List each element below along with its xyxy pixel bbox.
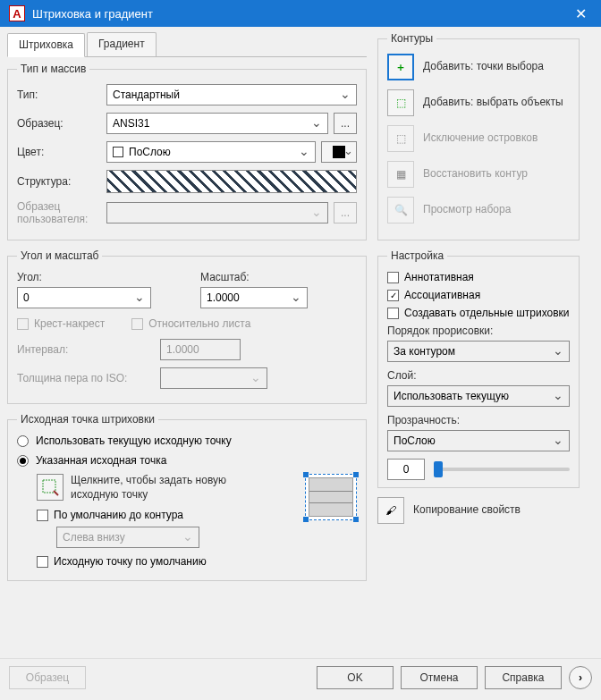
custom-browse-button: ...	[334, 202, 357, 223]
angle-label: Угол:	[17, 271, 174, 283]
group-boundaries: Контуры ＋ Добавить: точки выбора ⬚ Добав…	[377, 32, 580, 240]
pick-origin-button[interactable]	[37, 474, 63, 501]
layer-label: Слой:	[387, 369, 570, 382]
help-button[interactable]: Справка	[485, 666, 562, 689]
brush-icon: 🖌	[385, 504, 396, 517]
radio-specified-origin[interactable]: Указанная исходная точка	[17, 454, 357, 467]
window-title: Штриховка и градиент	[32, 7, 570, 21]
scale-input[interactable]: 1.0000	[200, 287, 308, 308]
app-icon: A	[9, 5, 25, 21]
pattern-browse-button[interactable]: ...	[334, 113, 357, 134]
recreate-icon: ▦	[396, 168, 406, 181]
recreate-boundary-label: Восстановить контур	[423, 167, 528, 181]
swatch-label: Структура:	[17, 175, 106, 188]
remove-icon: ⬚	[396, 132, 406, 145]
group-origin: Исходная точка штриховки Использовать те…	[7, 413, 367, 581]
type-select[interactable]: Стандартный	[106, 84, 357, 105]
view-selection-label: Просмотр набора	[423, 203, 511, 217]
close-icon[interactable]: ✕	[570, 5, 592, 22]
footer: Образец OK Отмена Справка ›	[0, 658, 601, 696]
iso-pen-label: Толщина пера по ISO:	[17, 372, 160, 384]
pattern-select[interactable]: ANSI31	[106, 113, 328, 134]
transparency-value-input[interactable]: 0	[387, 459, 425, 480]
iso-pen-select	[160, 367, 267, 389]
legend-options: Настройка	[387, 249, 447, 262]
group-type-array: Тип и массив Тип: Стандартный Образец: A…	[7, 63, 367, 240]
remove-boundaries-label: Исключение островков	[423, 131, 538, 146]
transparency-label: Прозрачность:	[387, 414, 570, 426]
custom-pattern-select	[106, 202, 328, 223]
pattern-label: Образец:	[17, 117, 106, 130]
group-angle-scale: Угол и масштаб Угол: 0 Масштаб: 1.0000 К…	[7, 249, 367, 404]
background-color-button[interactable]	[321, 141, 357, 163]
ok-button[interactable]: OK	[317, 666, 394, 689]
pattern-preview[interactable]	[106, 170, 357, 193]
color-label: Цвет:	[17, 146, 106, 158]
transparency-slider[interactable]	[434, 468, 570, 471]
legend-angle-scale: Угол и масштаб	[17, 249, 102, 262]
default-boundary-checkbox[interactable]: По умолчанию до контура	[37, 509, 294, 521]
draw-order-label: Порядок прорисовки:	[387, 325, 570, 337]
inherit-properties-label[interactable]: Копирование свойств	[413, 503, 521, 518]
legend-origin: Исходная точка штриховки	[17, 413, 158, 426]
tab-gradient[interactable]: Градиент	[87, 32, 157, 56]
remove-boundaries-button: ⬚	[387, 125, 414, 152]
preview-button: Образец	[9, 666, 86, 689]
radio-use-current-origin[interactable]: Использовать текущую исходную точку	[17, 434, 357, 447]
tabs: Штриховка Градиент	[7, 32, 367, 57]
type-label: Тип:	[17, 89, 106, 101]
cancel-button[interactable]: Отмена	[401, 666, 478, 689]
transparency-select[interactable]: ПоСлою	[387, 430, 570, 451]
custom-pattern-label: Образец пользователя:	[17, 200, 106, 225]
layer-select[interactable]: Использовать текущую	[387, 385, 570, 407]
tab-hatch[interactable]: Штриховка	[7, 33, 85, 57]
bylayer-swatch-icon	[113, 147, 123, 157]
view-selection-button: 🔍	[387, 197, 414, 223]
annotative-checkbox[interactable]: Аннотативная	[387, 271, 570, 283]
add-pick-points-label[interactable]: Добавить: точки выбора	[423, 60, 544, 74]
draw-order-select[interactable]: За контуром	[387, 341, 570, 362]
legend-type-array: Тип и массив	[17, 63, 89, 75]
legend-boundaries: Контуры	[387, 32, 436, 45]
spacing-input: 1.0000	[160, 339, 241, 360]
magnifier-icon: 🔍	[394, 204, 408, 216]
angle-input[interactable]: 0	[17, 287, 151, 308]
black-swatch-icon	[333, 146, 345, 158]
svg-rect-0	[43, 480, 55, 493]
origin-position-select: Слева внизу	[56, 527, 199, 548]
color-select[interactable]: ПоСлою	[106, 141, 316, 163]
add-select-objects-button[interactable]: ⬚	[387, 89, 414, 116]
scale-label: Масштаб:	[200, 271, 357, 283]
origin-preview	[305, 474, 357, 520]
separate-hatches-checkbox[interactable]: Создавать отдельные штриховки	[387, 307, 570, 319]
svg-line-1	[54, 491, 58, 495]
chevron-right-icon: ›	[579, 671, 582, 684]
spacing-label: Интервал:	[17, 343, 160, 356]
associative-checkbox[interactable]: ✓Ассоциативная	[387, 289, 570, 301]
select-plus-icon: ⬚	[396, 97, 406, 109]
double-checkbox: Крест-накрест	[17, 317, 105, 330]
recreate-boundary-button: ▦	[387, 161, 414, 188]
add-select-objects-label[interactable]: Добавить: выбрать объекты	[423, 96, 563, 110]
titlebar: A Штриховка и градиент ✕	[0, 0, 601, 27]
pick-origin-label: Щелкните, чтобы задать новую исходную то…	[71, 474, 267, 502]
expand-button[interactable]: ›	[569, 666, 592, 689]
pick-point-icon	[41, 478, 59, 496]
group-options: Настройка Аннотативная ✓Ассоциативная Со…	[377, 249, 580, 488]
plus-icon: ＋	[395, 60, 406, 75]
store-default-checkbox[interactable]: Исходную точку по умолчанию	[37, 555, 294, 568]
relative-checkbox: Относительно листа	[131, 317, 250, 330]
inherit-properties-button[interactable]: 🖌	[377, 497, 404, 524]
add-pick-points-button[interactable]: ＋	[387, 54, 414, 80]
